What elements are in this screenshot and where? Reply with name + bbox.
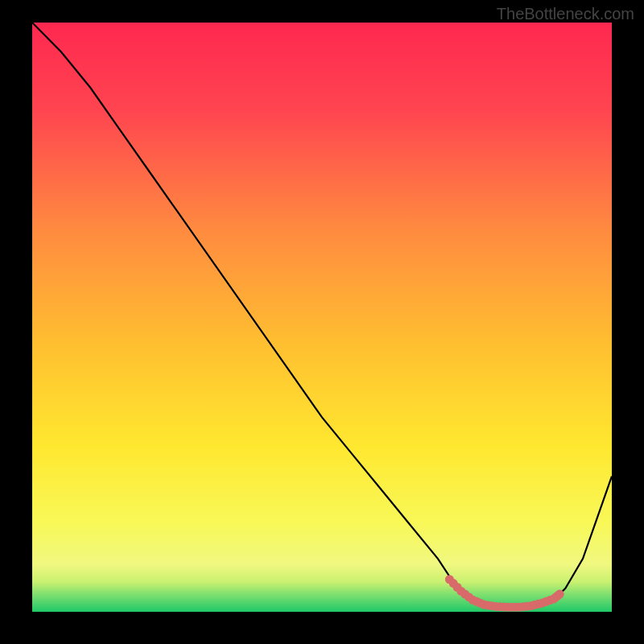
highlighted-segment [445, 575, 564, 611]
plot-area [32, 23, 612, 612]
chart-container: TheBottleneck.com [0, 0, 644, 644]
svg-point-31 [555, 590, 564, 599]
watermark-text: TheBottleneck.com [497, 5, 634, 23]
bottleneck-curve [32, 23, 612, 608]
curve-overlay [32, 23, 612, 612]
